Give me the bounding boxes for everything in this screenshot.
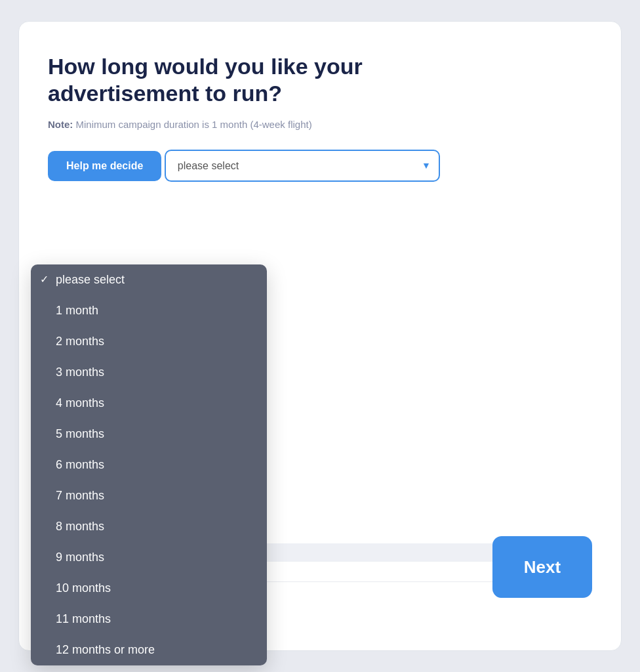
help-me-decide-button[interactable]: Help me decide xyxy=(48,151,161,181)
dropdown-menu: please select 1 month 2 months 3 months … xyxy=(31,264,267,665)
note-text: Minimum campaign duration is 1 month (4-… xyxy=(76,119,312,130)
dropdown-item-5-months[interactable]: 5 months xyxy=(31,419,267,450)
dropdown-item-please-select[interactable]: please select xyxy=(31,264,267,295)
dropdown-item-6-months[interactable]: 6 months xyxy=(31,450,267,480)
dropdown-item-1-month[interactable]: 1 month xyxy=(31,295,267,326)
dropdown-item-8-months[interactable]: 8 months xyxy=(31,511,267,542)
next-button[interactable]: Next xyxy=(492,536,592,598)
dropdown-item-7-months[interactable]: 7 months xyxy=(31,480,267,511)
dropdown-item-12-months[interactable]: 12 months or more xyxy=(31,635,267,665)
note-paragraph: Note: Minimum campaign duration is 1 mon… xyxy=(48,119,592,130)
duration-select-wrapper: please select 1 month 2 months 3 months … xyxy=(165,150,440,182)
dropdown-item-2-months[interactable]: 2 months xyxy=(31,326,267,357)
duration-select[interactable]: please select 1 month 2 months 3 months … xyxy=(165,150,440,182)
question-title: How long would you like your advertiseme… xyxy=(48,53,415,107)
dropdown-item-4-months[interactable]: 4 months xyxy=(31,388,267,419)
dropdown-item-11-months[interactable]: 11 months xyxy=(31,604,267,635)
dropdown-item-10-months[interactable]: 10 months xyxy=(31,573,267,604)
note-label: Note: xyxy=(48,119,73,130)
main-card: How long would you like your advertiseme… xyxy=(18,21,622,651)
dropdown-item-3-months[interactable]: 3 months xyxy=(31,357,267,388)
dropdown-item-9-months[interactable]: 9 months xyxy=(31,542,267,573)
